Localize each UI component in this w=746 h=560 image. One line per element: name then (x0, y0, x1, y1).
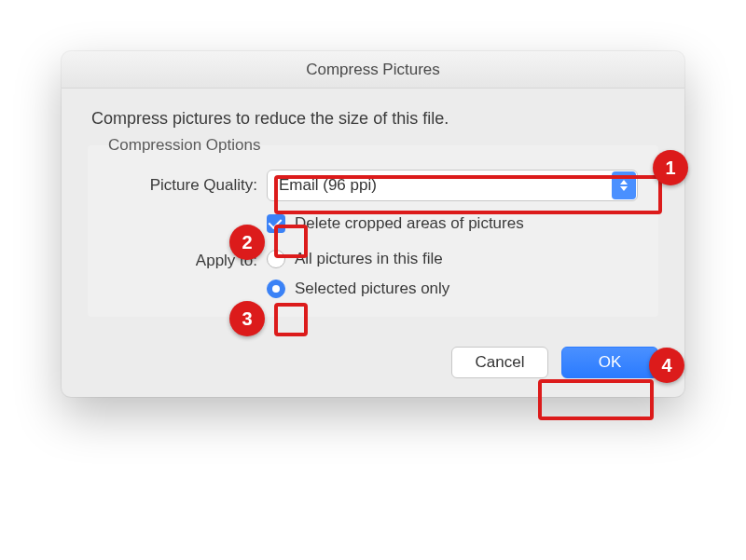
picture-quality-value: Email (96 ppi) (267, 170, 638, 201)
apply-to-label: Apply to: (108, 250, 267, 298)
chevron-down-icon (620, 186, 628, 191)
cancel-button[interactable]: Cancel (451, 347, 548, 378)
picture-quality-row: Picture Quality: Email (96 ppi) (108, 170, 638, 201)
dialog-body: Compress pictures to reduce the size of … (62, 89, 684, 397)
dialog-button-row: Cancel OK (88, 347, 658, 378)
group-legend: Compression Options (104, 136, 264, 155)
compression-options-group: Compression Options Picture Quality: Ema… (88, 145, 658, 317)
compress-pictures-dialog: Compress Pictures Compress pictures to r… (62, 51, 684, 397)
radio-all-label: All pictures in this file (295, 250, 443, 268)
radio-all-pictures[interactable] (267, 250, 285, 268)
picture-quality-select[interactable]: Email (96 ppi) (267, 170, 638, 201)
radio-selected-label: Selected pictures only (295, 280, 449, 298)
radio-selected-row[interactable]: Selected pictures only (267, 280, 449, 298)
delete-cropped-row: Delete cropped areas of pictures (108, 214, 638, 233)
delete-cropped-checkbox[interactable] (267, 214, 285, 233)
delete-cropped-label: Delete cropped areas of pictures (295, 214, 524, 233)
dialog-title: Compress Pictures (62, 51, 684, 89)
picture-quality-label: Picture Quality: (108, 176, 267, 195)
select-stepper-icon[interactable] (612, 171, 636, 199)
radio-all-row[interactable]: All pictures in this file (267, 250, 449, 268)
dialog-lead-text: Compress pictures to reduce the size of … (88, 109, 658, 129)
apply-to-group: Apply to: All pictures in this file Sele… (108, 250, 638, 298)
ok-button[interactable]: OK (561, 347, 658, 378)
chevron-up-icon (620, 180, 628, 184)
radio-selected-pictures[interactable] (267, 280, 285, 298)
